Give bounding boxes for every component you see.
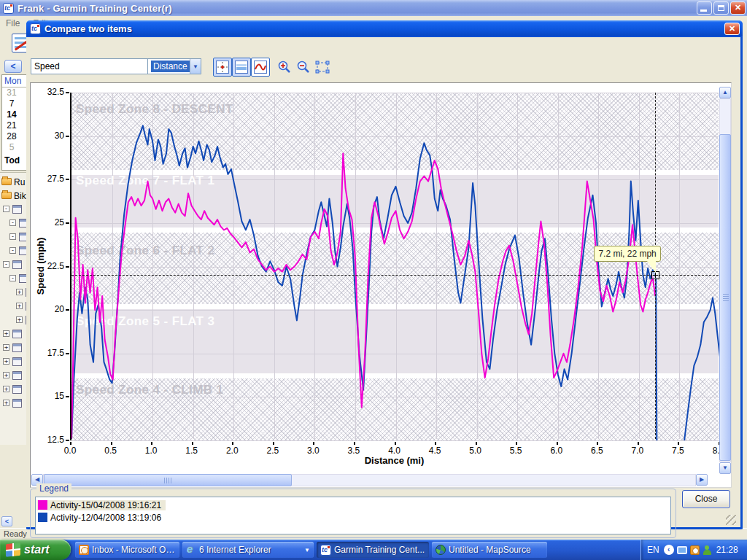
collapse-node-icon[interactable]: - (9, 247, 16, 254)
zoom-in-button[interactable] (275, 58, 294, 77)
expand-icon[interactable]: + (16, 303, 23, 309)
chart-tooltip: 7.2 mi, 22 mph (594, 246, 661, 262)
legend-item[interactable]: Activity-15/04/2008 19:16:21 (36, 499, 670, 511)
taskbar-button[interactable]: Untitled - MapSource (432, 542, 547, 558)
tree-row[interactable]: + (0, 314, 28, 327)
tree-folder-row[interactable]: Ru (0, 175, 28, 189)
tree-row[interactable]: - (0, 230, 28, 244)
x-tick-mark (313, 442, 314, 445)
system-tray: EN ‹ 21:28 (640, 540, 747, 560)
sidebar-scroll-left-button[interactable]: < (1, 516, 12, 526)
mapsource-icon (436, 545, 446, 555)
tree-row[interactable]: - (0, 203, 28, 217)
calendar-day[interactable]: 14 (2, 109, 21, 120)
legend-item[interactable]: Activity-12/04/2008 13:19:06 (36, 511, 670, 524)
x-tick-mark (395, 442, 396, 445)
user-icon[interactable] (703, 545, 712, 555)
x-tick-mark (476, 442, 477, 445)
sidebar-collapse-button[interactable]: < (4, 60, 22, 73)
display-icon[interactable] (677, 546, 687, 554)
tree-row[interactable]: - (0, 272, 28, 286)
zone-bands-icon (235, 61, 248, 74)
collapse-node-icon[interactable]: - (3, 261, 9, 268)
collapse-node-icon[interactable]: - (9, 275, 16, 281)
calendar-day[interactable]: 7 (2, 98, 21, 109)
start-button[interactable]: start (0, 540, 71, 560)
x-tick-mark (638, 442, 639, 445)
tree-row[interactable]: - (0, 258, 28, 272)
scroll-down-icon[interactable]: ▼ (719, 462, 731, 474)
expand-icon[interactable]: + (16, 316, 23, 323)
expand-icon[interactable]: + (16, 289, 23, 295)
chevron-down-icon[interactable]: ▼ (304, 547, 310, 553)
tree-row[interactable]: + (0, 300, 28, 314)
curve-tool-button[interactable] (251, 58, 270, 77)
resize-grip[interactable] (726, 515, 736, 525)
chevron-down-icon[interactable]: ▼ (190, 59, 201, 74)
zones-tool-button[interactable] (232, 58, 251, 77)
crosshair-tool-button[interactable] (213, 58, 232, 77)
menu-file[interactable]: File (6, 18, 20, 28)
clock-icon[interactable] (690, 545, 700, 555)
close-window-button[interactable]: ✕ (730, 1, 746, 15)
tree-row[interactable]: - (0, 217, 28, 230)
main-titlebar: Frank - Garmin Training Center(r) ✕ (0, 0, 747, 16)
language-indicator[interactable]: EN (647, 545, 659, 555)
legend-item-highlight: Activity-12/04/2008 13:19:06 (36, 513, 166, 523)
scroll-right-icon[interactable]: ▶ (696, 474, 708, 486)
collapse-node-icon[interactable]: - (9, 233, 16, 240)
tree-row[interactable]: + (0, 369, 28, 383)
calendar-day[interactable]: 5 (2, 142, 21, 153)
legend-list[interactable]: Activity-15/04/2008 19:16:21Activity-12/… (35, 497, 671, 534)
vscroll-thumb[interactable] (719, 134, 731, 461)
calendar-day[interactable]: 21 (2, 120, 21, 131)
series-lines (71, 93, 720, 440)
tree-row[interactable]: - (0, 244, 28, 258)
tree-row[interactable]: + (0, 327, 28, 341)
activity-item-icon (12, 399, 22, 408)
tree-row[interactable]: + (0, 383, 28, 397)
tree-folder-row[interactable]: Bik (0, 189, 28, 203)
minimize-button[interactable] (697, 1, 712, 15)
calendar-day[interactable]: 31 (2, 88, 21, 98)
restore-button[interactable] (713, 1, 729, 15)
hscroll-thumb[interactable] (44, 474, 292, 486)
chart-vertical-scrollbar[interactable]: ▲ ▼ (719, 87, 731, 474)
tree-row[interactable]: + (0, 397, 28, 411)
dialog-close-icon[interactable]: ✕ (724, 23, 740, 35)
zoom-region-button[interactable] (313, 58, 332, 77)
plot-area[interactable]: Speed Zone 8 - DESCENTSpeed Zone 7 - FLA… (70, 93, 719, 440)
expand-icon[interactable]: + (3, 344, 9, 351)
expand-icon[interactable]: + (3, 372, 9, 378)
taskbar-button-label: 6 Internet Explorer (199, 545, 271, 555)
x-tick-label: 4.0 (380, 446, 409, 456)
calendar-today-button[interactable]: Tod (2, 155, 28, 166)
expand-icon[interactable]: + (3, 330, 9, 337)
expand-icon[interactable]: + (3, 358, 9, 365)
collapse-icon[interactable]: ‹ (664, 545, 674, 555)
taskbar-button-label: Inbox - Microsoft Out... (92, 545, 176, 555)
scroll-up-icon[interactable]: ▲ (719, 87, 731, 98)
taskbar-button[interactable]: Inbox - Microsoft Out... (75, 542, 179, 558)
collapse-node-icon[interactable]: - (9, 219, 16, 226)
close-button[interactable]: Close (682, 490, 730, 508)
tree-row[interactable]: + (0, 286, 28, 300)
folder-icon (1, 192, 12, 199)
tree-row[interactable]: + (0, 341, 28, 355)
chart-horizontal-scrollbar[interactable]: ◀ ▶ (31, 474, 708, 486)
taskbar-button[interactable]: Garmin Training Cent... (317, 542, 429, 558)
calendar-day[interactable]: 28 (2, 131, 21, 142)
collapse-node-icon[interactable]: - (3, 206, 9, 212)
activity-item-icon (12, 371, 22, 380)
zoom-out-button[interactable] (294, 58, 313, 77)
curve-icon (254, 61, 267, 74)
axis-select[interactable]: Distance ▼ (147, 58, 201, 74)
taskbar-button[interactable]: 6 Internet Explorer▼ (182, 542, 314, 558)
gridline (71, 440, 719, 441)
expand-icon[interactable]: + (3, 386, 9, 392)
expand-icon[interactable]: + (3, 400, 9, 406)
x-tick-mark (678, 442, 679, 445)
tree-row[interactable]: + (0, 355, 28, 369)
mini-calendar[interactable]: Mon 3171421285 Tod (1, 74, 28, 171)
metric-select[interactable]: Speed ▼ (31, 58, 166, 74)
